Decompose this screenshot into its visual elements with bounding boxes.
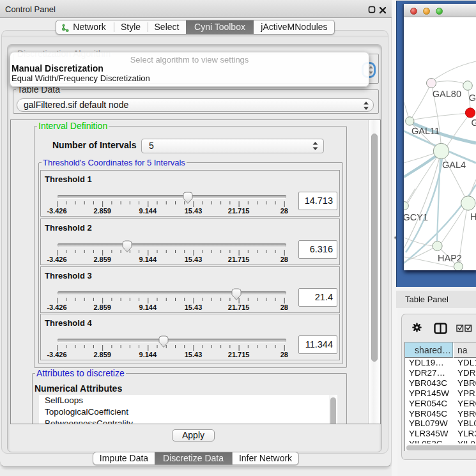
svg-text:H: H (470, 211, 476, 222)
svg-text:GA: GA (469, 93, 476, 103)
svg-text:HAP2: HAP2 (438, 253, 462, 263)
svg-text:GCY1: GCY1 (404, 212, 428, 222)
svg-text:GAL11: GAL11 (411, 126, 440, 136)
svg-text:G: G (472, 118, 476, 128)
svg-text:GAL4: GAL4 (442, 160, 466, 170)
svg-text:GAL80: GAL80 (433, 89, 461, 99)
